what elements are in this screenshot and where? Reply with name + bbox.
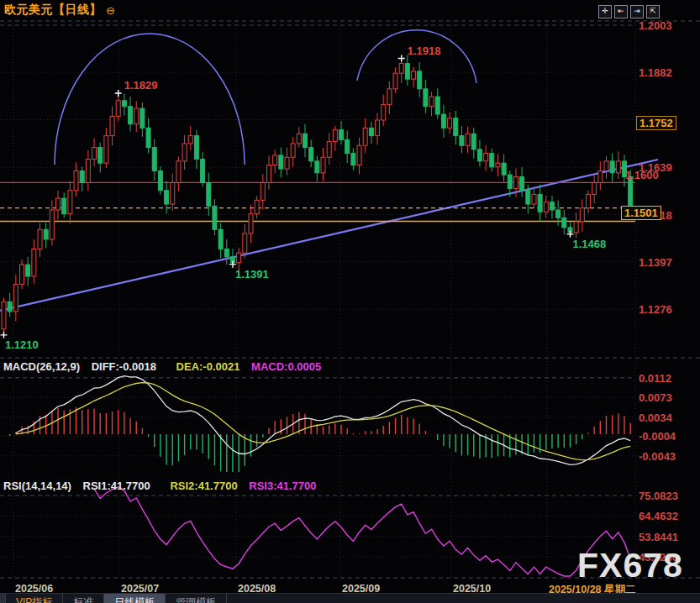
watermark: FX678 [577,546,683,585]
swing-low-label: 1.1391 [235,268,269,281]
fit-left-axis-icon[interactable]: ⇤ [614,5,628,18]
macd-axis-tick: 0.0034 [639,412,672,424]
pan-tool-icon[interactable]: ✛ [598,5,612,18]
macd-axis-tick: -0.0043 [639,450,676,463]
price-axis-tick: 1.1397 [639,256,672,269]
macd-diff-value: DIFF:-0.0018 [92,360,156,373]
macd-axis-tick: 0.0112 [639,372,671,385]
chart-toolbar: ✛⇤⇥⇱ [598,5,660,18]
macd-macd-value: MACD:0.0005 [251,360,321,373]
price-alert-label[interactable]: 1.1752 [636,116,676,130]
chart-canvas[interactable] [0,0,700,603]
price-axis-tick: 1.1882 [639,66,672,79]
symbol-title: 欧元美元【日线】 [4,3,102,18]
support-line-label: 1.1501 [621,206,661,220]
swing-high-label: 1.1918 [408,45,441,57]
swing-low-label: 1.1468 [572,238,606,250]
price-axis-tick: 1.2003 [639,19,672,32]
rsi-axis-tick: 75.0823 [639,490,678,502]
bottom-tabbar: VIP指标标准日线模板管理模板 [0,593,700,603]
tab-VIP指标[interactable]: VIP指标 [6,594,63,603]
macd-dea-value: DEA:-0.0021 [176,360,240,373]
rsi1-value: RSI1:41.7700 [83,480,150,492]
tab-管理模板[interactable]: 管理模板 [166,594,227,603]
chart-window: 欧元美元【日线】 ⊖ ✛⇤⇥⇱ MACD(26,12,9) DIFF:-0.00… [0,0,700,603]
swing-high-label: 1.1829 [124,79,158,92]
rsi3-value: RSI3:41.7700 [249,480,316,492]
rsi-title: RSI(14,14,14) [3,480,71,492]
fit-right-axis-icon[interactable]: ⇥ [630,5,644,18]
tab-fragment[interactable] [0,594,6,603]
resistance-line-label: 1.1600 [625,169,659,181]
rsi2-value: RSI2:41.7700 [170,480,237,492]
macd-axis-tick: -0.0004 [639,430,676,443]
price-axis-tick: 1.1276 [639,303,672,316]
macd-header: MACD(26,12,9) DIFF:-0.0018 DEA:-0.0021 M… [3,360,329,373]
titlebar: 欧元美元【日线】 ⊖ [4,3,115,18]
tab-日线模板[interactable]: 日线模板 [104,594,166,603]
rsi-header: RSI(14,14,14) RSI1:41.7700 RSI2:41.7700 … [3,480,325,492]
rsi-axis-tick: 64.4632 [639,510,678,522]
macd-title: MACD(26,12,9) [3,360,80,373]
macd-axis-tick: 0.0073 [639,391,672,404]
rsi-axis-tick: 53.8441 [639,531,678,543]
reset-view-icon[interactable]: ⇱ [646,5,660,18]
tab-标准[interactable]: 标准 [63,594,104,603]
collapse-icon[interactable]: ⊖ [106,4,115,17]
swing-low-label: 1.1210 [5,338,39,351]
